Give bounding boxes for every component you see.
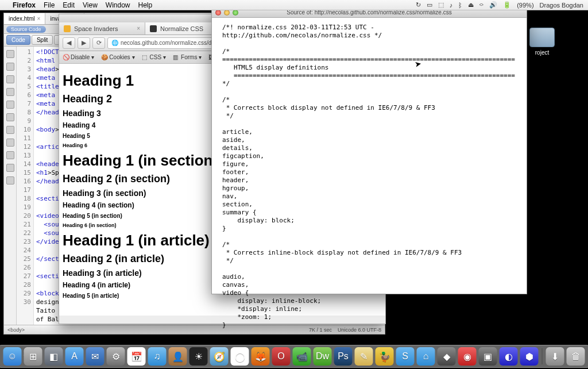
disable-menu[interactable]: 🚫Disable▾ <box>63 54 94 60</box>
tab-label: Normalize CSS <box>160 25 203 32</box>
dock-opera[interactable]: O <box>272 347 291 366</box>
browser-tab-space-invaders[interactable]: Space Invaders × <box>59 22 145 34</box>
tab-label: Space Invaders <box>74 25 118 32</box>
tool-icon[interactable] <box>6 88 14 96</box>
dock-contacts[interactable]: 👤 <box>169 347 187 366</box>
tab-label: index.html <box>9 16 35 22</box>
dock-itunes[interactable]: ♫ <box>148 347 167 366</box>
dock-ical[interactable]: 📅 <box>127 347 146 366</box>
tool-icon[interactable] <box>6 113 14 121</box>
cookies-icon: 🍪 <box>101 54 107 60</box>
dock-thunder[interactable]: ✉ <box>86 347 105 366</box>
sync-icon[interactable]: ↻ <box>416 1 421 9</box>
desktop-folder[interactable]: roject <box>526 28 558 56</box>
forward-button[interactable]: ▶ <box>78 37 90 49</box>
app-name[interactable]: Firefox <box>13 1 36 9</box>
editor-icon-strip <box>4 47 17 325</box>
user-switch[interactable]: Dragos Bogdan <box>540 2 583 9</box>
dock-facetime[interactable]: 📹 <box>293 347 311 366</box>
eject-icon[interactable]: ⏏ <box>468 1 474 9</box>
menu-window[interactable]: Window <box>106 1 130 9</box>
menubar: Firefox File Edit View Window Help ↻ ▭ ⬚… <box>0 0 588 10</box>
dock-app5[interactable]: ⬢ <box>520 347 539 366</box>
tool-icon[interactable] <box>6 164 14 172</box>
tool-icon[interactable] <box>6 50 14 58</box>
volume-icon[interactable]: 🔊 <box>489 1 497 9</box>
forms-icon: ▥ <box>173 54 179 60</box>
dock-safari[interactable]: 🧭 <box>210 347 229 366</box>
dock-store[interactable]: A <box>65 347 84 366</box>
back-button[interactable]: ◀ <box>63 37 75 49</box>
status-path: <body> <box>7 327 25 333</box>
view-split-button[interactable]: Split <box>32 35 53 45</box>
menu-file[interactable]: File <box>44 1 55 9</box>
dock-photo[interactable]: ☀ <box>189 347 208 366</box>
dock-dw[interactable]: Dw <box>314 347 332 366</box>
dock-launchpad[interactable]: ⊞ <box>24 347 42 366</box>
tool-icon[interactable] <box>6 75 14 83</box>
css-menu[interactable]: ⬚CSS▾ <box>142 54 167 60</box>
line-gutter: 1234567891011121314151617181920212223242… <box>17 47 34 325</box>
dropbox-icon[interactable]: ⬚ <box>438 1 444 9</box>
dock-app4[interactable]: ◐ <box>500 347 518 366</box>
dock-downloads[interactable]: ⬇ <box>546 347 564 366</box>
favicon-icon <box>150 25 157 32</box>
folder-label: roject <box>526 49 558 56</box>
disable-icon: 🚫 <box>63 54 69 60</box>
menu-edit[interactable]: Edit <box>63 1 75 9</box>
dock-chrome[interactable]: ◯ <box>231 347 249 366</box>
forms-menu[interactable]: ▥Forms▾ <box>173 54 202 60</box>
wifi-icon[interactable]: ⌔ <box>479 2 483 9</box>
view-code-button[interactable]: Code <box>6 35 30 45</box>
close-icon[interactable]: × <box>37 16 41 22</box>
tool-icon[interactable] <box>6 126 14 134</box>
dock-app3[interactable]: ▣ <box>479 347 497 366</box>
dock-app2[interactable]: ◉ <box>458 347 477 366</box>
editor-tab-index[interactable]: index.html × <box>4 13 45 24</box>
tool-icon[interactable] <box>6 139 14 147</box>
tool-icon[interactable] <box>6 63 14 71</box>
dock-finder[interactable]: ☺ <box>3 347 22 366</box>
dock: ☺⊞◧A✉⚙📅♫👤☀🧭◯🦊O📹DwPs✎🦆S⌂◆◉▣◐⬢⬇🗑 <box>0 345 588 368</box>
cursor-icon: ➤ <box>414 59 423 69</box>
dock-duck[interactable]: 🦆 <box>376 347 394 366</box>
tool-icon[interactable] <box>6 101 14 109</box>
favicon-icon <box>64 25 71 32</box>
battery-pct: (99%) <box>517 2 533 9</box>
display-icon[interactable]: ▭ <box>427 1 432 9</box>
css-icon: ⬚ <box>142 54 148 60</box>
tool-icon[interactable] <box>6 176 14 184</box>
audio-icon[interactable]: ♪ <box>450 2 453 9</box>
bluetooth-icon[interactable]: ᛒ <box>458 2 462 9</box>
close-icon[interactable]: × <box>137 25 140 32</box>
dock-mission[interactable]: ◧ <box>45 347 63 366</box>
dock-skype[interactable]: S <box>396 347 415 366</box>
dock-app1[interactable]: ◆ <box>438 347 456 366</box>
reload-button[interactable]: ⟳ <box>92 37 105 49</box>
tool-icon[interactable] <box>6 151 14 159</box>
dock-pages[interactable]: ✎ <box>355 347 373 366</box>
dock-ps[interactable]: Ps <box>334 347 353 366</box>
dock-pref[interactable]: ⚙ <box>107 347 125 366</box>
dock-trash[interactable]: 🗑 <box>567 347 585 366</box>
folder-icon <box>529 28 555 47</box>
globe-icon: 🌐 <box>111 40 118 46</box>
cookies-menu[interactable]: 🍪Cookies▾ <box>101 54 134 60</box>
view-source-window: Source of: http://necolas.github.com/nor… <box>211 7 527 294</box>
view-source-body[interactable]: /*! normalize.css 2012-03-11T12:53 UTC -… <box>212 18 527 335</box>
menu-help[interactable]: Help <box>138 1 153 9</box>
dock-xcode[interactable]: ⌂ <box>417 347 435 366</box>
source-code-label[interactable]: Source Code <box>6 26 46 33</box>
menu-view[interactable]: View <box>83 1 98 9</box>
dock-firefox[interactable]: 🦊 <box>252 347 270 366</box>
battery-icon[interactable]: 🔋 <box>503 1 511 9</box>
